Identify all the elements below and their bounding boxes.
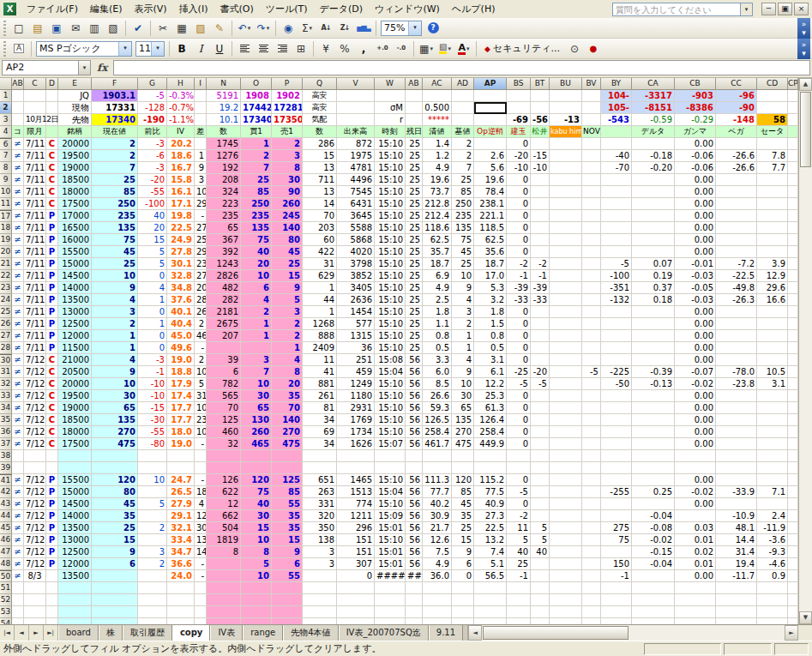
scroll-left-icon[interactable]: ◄ bbox=[468, 625, 482, 641]
grid-cell[interactable]: 23 bbox=[195, 258, 207, 270]
grid-cell[interactable]: ≠ bbox=[12, 570, 24, 582]
grid-cell[interactable] bbox=[582, 318, 601, 330]
grid-cell[interactable] bbox=[601, 450, 632, 462]
grid-cell[interactable] bbox=[716, 414, 757, 426]
grid-cell[interactable]: 150 bbox=[601, 558, 632, 570]
grid-cell[interactable]: 3 bbox=[92, 306, 138, 318]
grid-cell[interactable]: 3.2 bbox=[474, 294, 507, 306]
grid-cell[interactable] bbox=[531, 606, 550, 618]
grid-cell[interactable]: 18.0 bbox=[167, 426, 195, 438]
grid-cell[interactable]: 460 bbox=[207, 426, 241, 438]
grid-cell[interactable] bbox=[92, 570, 138, 582]
grid-cell[interactable] bbox=[241, 462, 272, 474]
grid-cell[interactable] bbox=[788, 342, 798, 354]
column-header-N[interactable]: N bbox=[207, 78, 241, 90]
grid-cell[interactable]: 9 bbox=[92, 282, 138, 294]
grid-cell[interactable]: -33 bbox=[531, 294, 550, 306]
grid-cell[interactable]: 36.6 bbox=[167, 558, 195, 570]
grid-cell[interactable] bbox=[12, 594, 24, 606]
grid-cell[interactable]: 32.8 bbox=[167, 270, 195, 282]
grid-cell[interactable]: 3 bbox=[138, 546, 167, 558]
grid-cell[interactable]: 清値 bbox=[423, 126, 452, 138]
grid-cell[interactable]: #### bbox=[375, 570, 406, 582]
grid-cell[interactable] bbox=[601, 198, 632, 210]
grid-cell[interactable] bbox=[138, 606, 167, 618]
grid-cell[interactable] bbox=[788, 426, 798, 438]
grid-cell[interactable] bbox=[788, 186, 798, 198]
grid-cell[interactable] bbox=[375, 462, 406, 474]
grid-cell[interactable]: 62.5 bbox=[423, 234, 452, 246]
grid-cell[interactable]: 56 bbox=[406, 438, 423, 450]
row-header-28[interactable]: 28 bbox=[0, 342, 12, 354]
grid-cell[interactable] bbox=[167, 582, 195, 594]
grid-cell[interactable]: 0.5 bbox=[423, 342, 452, 354]
grid-cell[interactable] bbox=[632, 210, 675, 222]
grid-cell[interactable]: 9 bbox=[195, 162, 207, 174]
grid-cell[interactable]: 260 bbox=[241, 426, 272, 438]
grid-cell[interactable]: 8 bbox=[272, 366, 303, 378]
grid-cell[interactable] bbox=[716, 318, 757, 330]
grid-cell[interactable] bbox=[474, 594, 507, 606]
grid-cell[interactable] bbox=[507, 618, 531, 624]
grid-cell[interactable]: 0.00 bbox=[675, 438, 716, 450]
row-header-18[interactable]: 18 bbox=[0, 222, 12, 234]
grid-cell[interactable]: -26.3 bbox=[716, 294, 757, 306]
grid-cell[interactable]: 14000 bbox=[58, 510, 92, 522]
grid-cell[interactable]: 0.500 bbox=[423, 102, 452, 114]
grid-cell[interactable] bbox=[632, 402, 675, 414]
grid-cell[interactable]: 5868 bbox=[337, 234, 375, 246]
grid-cell[interactable] bbox=[788, 534, 798, 546]
grid-cell[interactable] bbox=[675, 618, 716, 624]
grid-cell[interactable]: - bbox=[195, 558, 207, 570]
grid-cell[interactable] bbox=[582, 282, 601, 294]
grid-cell[interactable]: -4.6 bbox=[757, 558, 788, 570]
toolbar-italic-button[interactable]: I bbox=[192, 40, 209, 57]
security-button[interactable]: ◆セキュリティ... bbox=[479, 40, 565, 57]
grid-cell[interactable]: 15:10 bbox=[375, 474, 406, 486]
row-header-1[interactable]: 1 bbox=[0, 90, 12, 102]
grid-cell[interactable]: -1.1% bbox=[167, 114, 195, 126]
grid-cell[interactable]: 9 bbox=[92, 366, 138, 378]
grid-cell[interactable]: 2 bbox=[241, 150, 272, 162]
grid-cell[interactable]: 2 bbox=[138, 558, 167, 570]
grid-cell[interactable] bbox=[716, 210, 757, 222]
grid-cell[interactable] bbox=[788, 582, 798, 594]
grid-cell[interactable]: 7/11 bbox=[24, 186, 46, 198]
grid-cell[interactable]: -0.03 bbox=[675, 270, 716, 282]
grid-cell[interactable]: 0.00 bbox=[675, 498, 716, 510]
grid-cell[interactable] bbox=[788, 594, 798, 606]
grid-cell[interactable] bbox=[550, 306, 582, 318]
grid-cell[interactable]: 15 bbox=[303, 150, 337, 162]
column-header-BS[interactable]: BS bbox=[507, 78, 531, 90]
grid-cell[interactable]: 5 bbox=[507, 534, 531, 546]
grid-cell[interactable]: 29.1 bbox=[167, 510, 195, 522]
grid-cell[interactable]: 207 bbox=[207, 330, 241, 342]
grid-cell[interactable]: 75 bbox=[241, 486, 272, 498]
grid-cell[interactable]: 111.3 bbox=[423, 474, 452, 486]
grid-cell[interactable] bbox=[716, 354, 757, 366]
grid-cell[interactable]: 238.1 bbox=[474, 198, 507, 210]
grid-cell[interactable]: 49.6 bbox=[167, 342, 195, 354]
grid-cell[interactable]: 296 bbox=[337, 522, 375, 534]
grid-cell[interactable] bbox=[303, 618, 337, 624]
row-header-38[interactable]: 38 bbox=[0, 450, 12, 462]
grid-cell[interactable] bbox=[24, 90, 46, 102]
grid-cell[interactable]: 16500 bbox=[58, 222, 92, 234]
grid-cell[interactable] bbox=[92, 594, 138, 606]
grid-cell[interactable]: C bbox=[46, 402, 58, 414]
grid-cell[interactable]: 120 bbox=[241, 474, 272, 486]
grid-cell[interactable]: 1734 bbox=[337, 426, 375, 438]
grid-cell[interactable]: 7/11 bbox=[24, 258, 46, 270]
grid-cell[interactable] bbox=[788, 438, 798, 450]
grid-cell[interactable] bbox=[550, 378, 582, 390]
grid-cell[interactable]: 27.3 bbox=[474, 510, 507, 522]
grid-cell[interactable]: 1 bbox=[303, 282, 337, 294]
grid-cell[interactable]: 24.7 bbox=[167, 474, 195, 486]
grid-cell[interactable]: 34 bbox=[303, 414, 337, 426]
grid-cell[interactable]: 9 bbox=[92, 546, 138, 558]
grid-cell[interactable]: 30 bbox=[241, 510, 272, 522]
grid-cell[interactable]: -55 bbox=[138, 186, 167, 198]
grid-cell[interactable] bbox=[601, 546, 632, 558]
grid-cell[interactable]: 25 bbox=[406, 258, 423, 270]
grid-cell[interactable]: ≠ bbox=[12, 534, 24, 546]
